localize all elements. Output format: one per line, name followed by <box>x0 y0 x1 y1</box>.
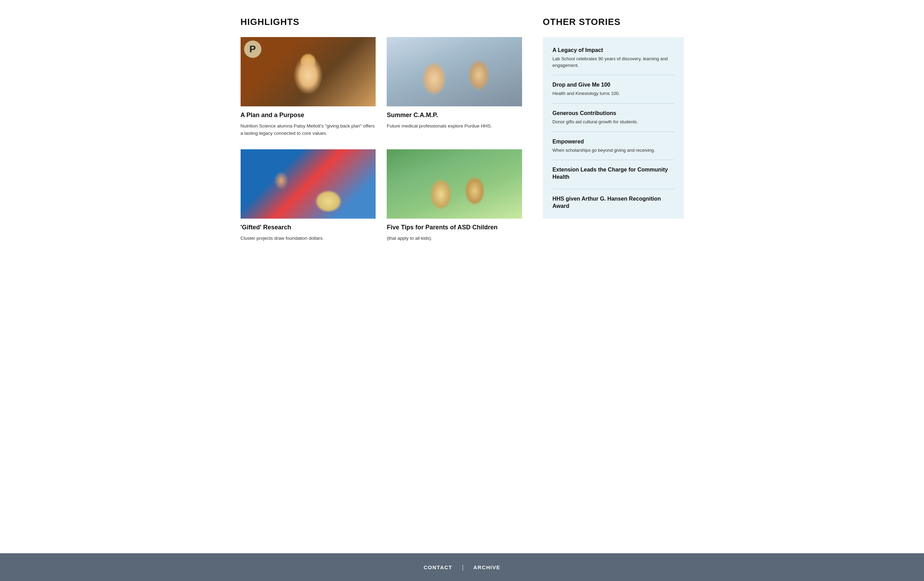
archive-link[interactable]: ARCHIVE <box>464 564 510 570</box>
highlight-image-plan-purpose <box>241 37 376 106</box>
highlight-image-gifted-research <box>241 149 376 218</box>
highlight-item-gifted-research[interactable]: 'Gifted' Research Cluster projects draw … <box>241 149 376 242</box>
highlight-desc-summer-camp: Future medical professionals explore Pur… <box>387 122 522 129</box>
footer: CONTACT | ARCHIVE <box>0 553 924 581</box>
highlight-title-summer-camp: Summer C.A.M.P. <box>387 111 522 119</box>
story-desc-generous-contributions: Donor gifts aid cultural growth for stud… <box>553 119 674 126</box>
other-stories-section: OTHER STORIES A Legacy of Impact Lab Sch… <box>543 17 684 533</box>
story-item-extension-community-health[interactable]: Extension Leads the Charge for Community… <box>553 166 674 189</box>
story-desc-drop-give-100: Health and Kinesiology turns 100. <box>553 90 674 97</box>
story-title-generous-contributions: Generous Contributions <box>553 110 674 117</box>
stories-container: A Legacy of Impact Lab School celebrates… <box>543 37 684 218</box>
story-item-generous-contributions[interactable]: Generous Contributions Donor gifts aid c… <box>553 110 674 132</box>
story-item-legacy-impact[interactable]: A Legacy of Impact Lab School celebrates… <box>553 47 674 75</box>
story-desc-empowered: When scholarships go beyond giving and r… <box>553 147 674 154</box>
highlight-desc-gifted-research: Cluster projects draw foundation dollars… <box>241 235 376 242</box>
story-desc-legacy-impact: Lab School celebrates 90 years of discov… <box>553 56 674 69</box>
highlight-image-five-tips <box>387 149 522 218</box>
highlight-title-five-tips: Five Tips for Parents of ASD Children <box>387 223 522 232</box>
highlights-section: HIGHLIGHTS A Plan and a Purpose Nutritio… <box>241 17 522 533</box>
highlight-item-five-tips[interactable]: Five Tips for Parents of ASD Children (t… <box>387 149 522 242</box>
story-item-drop-give-100[interactable]: Drop and Give Me 100 Health and Kinesiol… <box>553 81 674 104</box>
story-title-empowered: Empowered <box>553 138 674 146</box>
highlight-image-summer-camp <box>387 37 522 106</box>
highlight-desc-plan-purpose: Nutrition Science alumna Patsy Mellott's… <box>241 122 376 137</box>
story-item-empowered[interactable]: Empowered When scholarships go beyond gi… <box>553 138 674 161</box>
footer-divider: | <box>462 564 464 571</box>
other-stories-title: OTHER STORIES <box>543 17 684 27</box>
contact-link[interactable]: CONTACT <box>414 564 462 570</box>
highlight-item-summer-camp[interactable]: Summer C.A.M.P. Future medical professio… <box>387 37 522 137</box>
highlights-title: HIGHLIGHTS <box>241 17 522 27</box>
story-item-hansen-award[interactable]: HHS given Arthur G. Hansen Recognition A… <box>553 195 674 210</box>
highlight-item-plan-purpose[interactable]: A Plan and a Purpose Nutrition Science a… <box>241 37 376 137</box>
highlight-desc-five-tips: (that apply to all kids). <box>387 235 522 242</box>
story-title-drop-give-100: Drop and Give Me 100 <box>553 81 674 89</box>
main-content: HIGHLIGHTS A Plan and a Purpose Nutritio… <box>220 0 705 553</box>
highlight-title-plan-purpose: A Plan and a Purpose <box>241 111 376 119</box>
story-title-hansen-award: HHS given Arthur G. Hansen Recognition A… <box>553 195 674 210</box>
story-title-legacy-impact: A Legacy of Impact <box>553 47 674 54</box>
story-title-extension-community-health: Extension Leads the Charge for Community… <box>553 166 674 181</box>
highlights-grid: A Plan and a Purpose Nutrition Science a… <box>241 37 522 242</box>
highlight-title-gifted-research: 'Gifted' Research <box>241 223 376 232</box>
